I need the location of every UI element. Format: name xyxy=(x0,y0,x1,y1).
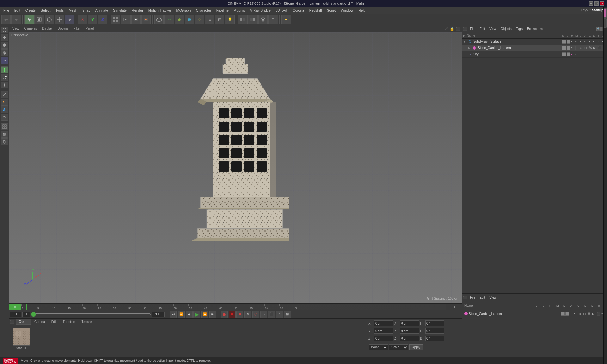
menu-pipeline[interactable]: Pipeline xyxy=(214,8,231,13)
menu-help[interactable]: Help xyxy=(356,8,368,13)
move-tool[interactable] xyxy=(55,15,64,24)
viewport-tab-cameras[interactable]: Cameras xyxy=(22,26,40,31)
coord-z-size[interactable]: 0 cm xyxy=(400,336,419,341)
mat-menu-file[interactable]: File xyxy=(468,295,477,300)
menu-render[interactable]: Render xyxy=(130,8,145,13)
keyframe-button[interactable]: ⊕ xyxy=(244,311,251,318)
viewport-icon-lock[interactable]: 🔒 xyxy=(450,27,454,31)
menu-motion-tracker[interactable]: Motion Tracker xyxy=(146,8,174,13)
prev-frame-button[interactable]: ⏪ xyxy=(178,311,185,318)
sidebar-line[interactable] xyxy=(1,91,8,98)
apply-button[interactable]: Apply xyxy=(409,344,423,350)
viewport-tab-display[interactable]: Display xyxy=(40,26,55,31)
obj-row-subdivision[interactable]: ▼ ⬡ Subdivision Surface • • • • • • • • xyxy=(462,39,607,45)
lantern-col-s[interactable] xyxy=(562,46,566,50)
menu-animate[interactable]: Animate xyxy=(93,8,110,13)
render-region[interactable] xyxy=(121,15,131,24)
sky-col-s[interactable] xyxy=(562,52,566,56)
sidebar-grid[interactable] xyxy=(1,123,8,130)
coord-h-rot[interactable]: 0 ° xyxy=(425,320,444,326)
sidebar-s2-tool[interactable]: S xyxy=(1,106,8,113)
timeline-bar[interactable]: 0 5 10 15 20 25 30 35 40 45 50 55 60 65 … xyxy=(21,304,446,310)
axis-z-button[interactable]: Z xyxy=(98,15,107,24)
spline-tool[interactable]: ✧ xyxy=(195,15,204,24)
obj-row-stone-lantern[interactable]: ▶ Stone_Garden_Lantern • | ⊕ ⊟ ⌘ ▶ ⬛ ✦ xyxy=(462,45,607,51)
coord-y-pos[interactable]: 0 cm xyxy=(374,328,393,334)
sky-dot[interactable]: • xyxy=(571,52,575,56)
obj-menu-bookmarks[interactable]: Bookmarks xyxy=(525,27,545,31)
subdivision-col-v[interactable] xyxy=(567,40,570,44)
edge-btn-1[interactable] xyxy=(604,8,607,18)
sky-col-v[interactable] xyxy=(567,52,570,56)
coord-scale-select[interactable]: Scale xyxy=(389,344,408,350)
key-button6[interactable]: ⊞ xyxy=(284,311,291,318)
select-all-button[interactable]: ⊕ xyxy=(65,15,74,24)
sidebar-rotate[interactable] xyxy=(1,74,8,81)
view-mode-1[interactable] xyxy=(111,15,120,24)
menu-simulate[interactable]: Simulate xyxy=(111,8,129,13)
menu-vray[interactable]: V-Ray Bridge xyxy=(248,8,273,13)
close-button[interactable]: ✕ xyxy=(600,1,604,6)
box-select-tool[interactable] xyxy=(45,15,54,24)
viewport-icon-maximize[interactable]: ⬛ xyxy=(456,27,460,31)
expand-subdivision[interactable]: ▼ xyxy=(463,40,466,43)
maximize-button[interactable]: □ xyxy=(594,1,599,6)
key-button4[interactable]: ⬛ xyxy=(268,311,275,318)
menu-redshift[interactable]: Redshift xyxy=(307,8,324,13)
redo-button[interactable]: ↪ xyxy=(11,15,21,24)
obj-menu-view[interactable]: View xyxy=(487,27,498,31)
menu-snap[interactable]: Snap xyxy=(80,8,93,13)
lantern-icon1[interactable]: ⊕ xyxy=(580,46,584,50)
sidebar-material[interactable] xyxy=(1,131,8,138)
edge-btn-2[interactable] xyxy=(604,18,607,28)
timeline[interactable]: 0 0 5 10 15 20 25 30 35 40 45 50 55 60 xyxy=(9,304,462,310)
axis-x-button[interactable]: X xyxy=(78,15,87,24)
particle-tool[interactable]: ❋ xyxy=(185,15,194,24)
scene-tool[interactable]: ⊟ xyxy=(215,15,224,24)
lantern-icon3[interactable]: ⌘ xyxy=(589,46,592,50)
undo-button[interactable]: ↩ xyxy=(1,15,11,24)
lantern-col-r[interactable]: • xyxy=(571,46,575,50)
viewport-tab-view[interactable]: View xyxy=(10,26,21,31)
viewport-tab-filter[interactable]: Filter xyxy=(71,26,83,31)
render-to-picture-viewer[interactable] xyxy=(141,15,151,24)
menu-select[interactable]: Select xyxy=(39,8,53,13)
sidebar-move[interactable] xyxy=(1,66,8,73)
subdivision-dot3[interactable]: • xyxy=(580,40,584,43)
subdivision-dot1[interactable]: • xyxy=(571,40,575,43)
subdivision-dot2[interactable]: • xyxy=(575,40,579,43)
obj-menu-tags[interactable]: Tags xyxy=(514,27,524,31)
coord-world-select[interactable]: World xyxy=(369,344,388,350)
coord-p-rot[interactable]: 0 ° xyxy=(425,328,444,334)
obj-menu-edit[interactable]: Edit xyxy=(478,27,487,31)
menu-mesh[interactable]: Mesh xyxy=(66,8,79,13)
subdivision-dot7[interactable]: • xyxy=(598,40,601,43)
viewport-icon-frame[interactable]: ⤢ xyxy=(445,27,448,31)
live-select-tool[interactable] xyxy=(34,15,44,24)
menu-plugins[interactable]: Plugins xyxy=(231,8,247,13)
light-tool[interactable]: 💡 xyxy=(225,15,235,24)
lantern-icon4[interactable]: ▶ xyxy=(593,46,597,50)
axis-y-button[interactable]: Y xyxy=(88,15,97,24)
coord-x-pos[interactable]: 0 cm xyxy=(374,320,393,326)
search-button[interactable]: 🔍 xyxy=(596,27,601,31)
coord-y-size[interactable]: 0 cm xyxy=(400,328,419,334)
sidebar-polygons[interactable] xyxy=(1,42,8,49)
obj-menu-objects[interactable]: Objects xyxy=(499,27,513,31)
sidebar-loop[interactable] xyxy=(1,114,8,121)
display-4[interactable]: ⊡ xyxy=(268,15,278,24)
display-3[interactable] xyxy=(258,15,268,24)
sidebar-edges[interactable] xyxy=(1,34,8,41)
minimize-button[interactable]: ─ xyxy=(589,1,593,6)
sidebar-points[interactable] xyxy=(1,27,8,33)
subdivision-dot6[interactable]: • xyxy=(593,40,597,43)
expand-lantern[interactable]: ▶ xyxy=(468,46,471,50)
subdivision-col-s[interactable] xyxy=(562,40,566,44)
paint-tool[interactable]: ◆ xyxy=(175,15,184,24)
menu-corona[interactable]: Corona xyxy=(291,8,306,13)
lantern-icon5[interactable]: ⬛ xyxy=(598,46,601,50)
sidebar-uvw[interactable]: UV xyxy=(1,57,8,64)
obj-row-sky[interactable]: ○ Sky • • xyxy=(462,51,607,58)
pencil-tool[interactable]: ✏ xyxy=(164,15,174,24)
menu-file[interactable]: File xyxy=(1,8,11,13)
